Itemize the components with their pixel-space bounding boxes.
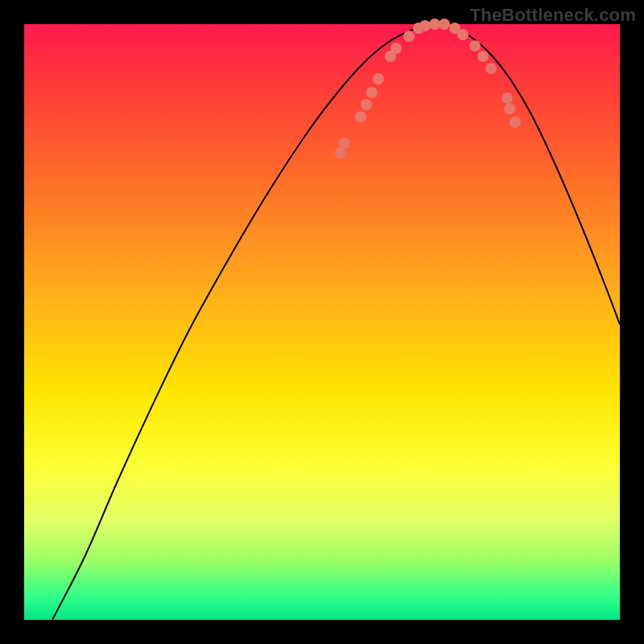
data-dot <box>361 99 372 110</box>
data-dot <box>504 103 515 114</box>
data-dot <box>390 43 402 54</box>
watermark-text: TheBottleneck.com <box>470 5 636 26</box>
data-dot <box>403 31 415 42</box>
data-dot <box>355 111 366 122</box>
data-dot <box>419 20 431 31</box>
bottleneck-curve-line <box>52 26 620 620</box>
data-dot <box>429 19 440 30</box>
data-dot <box>366 87 378 98</box>
data-dot <box>469 40 481 52</box>
data-dot <box>510 117 521 128</box>
data-dot <box>485 63 497 74</box>
data-dot <box>477 51 489 62</box>
bottleneck-chart <box>24 24 620 620</box>
data-dot <box>502 93 513 104</box>
data-dot-group <box>335 19 521 159</box>
data-dot <box>335 147 346 159</box>
data-dot <box>373 73 384 85</box>
data-dot <box>439 19 450 30</box>
data-dot <box>339 138 350 149</box>
data-dot <box>457 29 469 40</box>
